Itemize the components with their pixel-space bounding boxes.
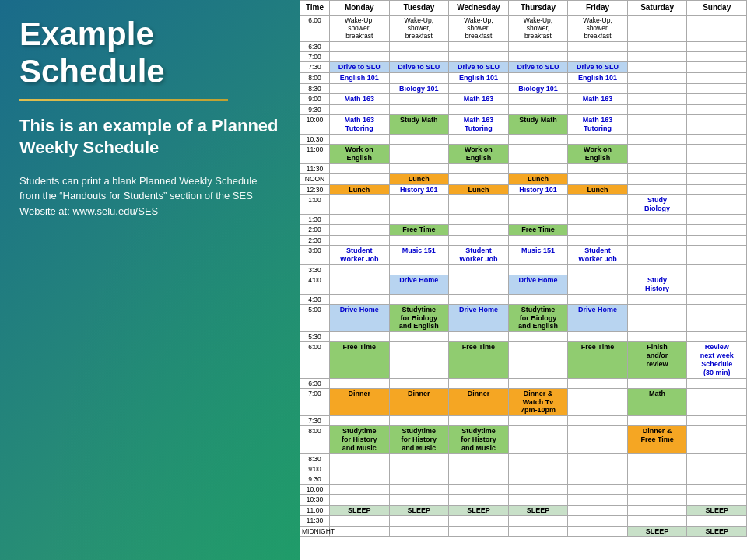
table-row: 7:00 Dinner Dinner Dinner Dinner &Watch … [300,388,747,415]
col-friday: Friday [568,1,628,16]
table-row: 11:00 SLEEP SLEEP SLEEP SLEEP SLEEP [300,505,747,516]
schedule-area: Time Monday Tuesday Wednesday Thursday F… [300,0,747,560]
table-row: 10:00 Math 163Tutoring Study Math Math 1… [300,115,747,135]
table-row: 11:30 [300,516,747,526]
table-row: 11:00 Work onEnglish Work onEnglish Work… [300,145,747,164]
divider [19,99,228,101]
subtitle: This is an example of a Planned Weekly S… [19,115,280,159]
table-row: 1:30 [300,215,747,225]
table-row: 4:00 Drive Home Drive Home StudyHistory [300,275,747,295]
table-row: NOON Lunch Lunch [300,173,747,184]
table-row: 12:30 Lunch History 101 Lunch History 10… [300,184,747,195]
col-thursday: Thursday [508,1,568,16]
table-row: 6:30 [300,378,747,388]
table-row: 8:30 Biology 101 Biology 101 [300,83,747,94]
col-monday: Monday [330,1,390,16]
table-row: 5:00 Drive Home Studytimefor Biologyand … [300,304,747,331]
table-row: 3:30 [300,264,747,275]
table-row: 9:00 Math 163 Math 163 Math 163 [300,94,747,105]
table-row: 7:00 [300,51,747,61]
table-row: 3:00 StudentWorker Job Music 151 Student… [300,246,747,265]
table-row: 9:30 [300,474,747,485]
col-tuesday: Tuesday [389,1,449,16]
table-row: 10:30 [300,495,747,505]
table-row: 9:30 [300,105,747,115]
table-row: 6:30 [300,41,747,51]
table-row: 2:00 Free Time Free Time [300,225,747,236]
table-row: 4:30 [300,294,747,304]
description: Students can print a blank Planned Weekl… [19,173,280,219]
col-time: Time [300,1,330,16]
table-row: 11:30 [300,163,747,173]
table-row: 9:00 [300,464,747,474]
table-row: 2:30 [300,236,747,246]
table-row: 10:00 [300,485,747,495]
page-title: Example Schedule [19,16,280,91]
sidebar: Example Schedule This is an example of a… [0,0,300,560]
schedule-table: Time Monday Tuesday Wednesday Thursday F… [300,0,747,537]
table-row: 8:30 [300,453,747,464]
table-row: 6:00 Wake-Up,shower,breakfast Wake-Up,sh… [300,16,747,42]
table-row: 6:00 Free Time Free Time Free Time Finis… [300,342,747,378]
table-row: 8:00 Studytimefor Historyand Music Study… [300,426,747,453]
col-saturday: Saturday [627,1,687,16]
table-row: MIDNIGHT SLEEP SLEEP [300,526,747,537]
table-row: 7:30 [300,416,747,426]
table-row: 7:30 Drive to SLU Drive to SLU Drive to … [300,61,747,72]
table-row: 1:00 StudyBiology [300,195,747,215]
table-row: 8:00 English 101 English 101 English 101 [300,72,747,83]
table-row: 5:30 [300,332,747,342]
col-sunday: Sunday [687,1,747,16]
col-wednesday: Wednesday [449,1,509,16]
table-row: 10:30 [300,134,747,144]
